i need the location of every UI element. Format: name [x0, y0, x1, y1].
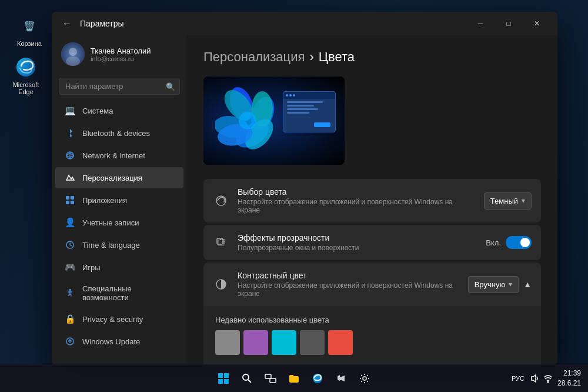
taskbar-explorer[interactable]: [283, 368, 305, 389]
contrast-chevron: ▾: [509, 280, 512, 288]
transparency-text: Эффекты прозрачности Полупрозрачные окна…: [238, 233, 477, 252]
sidebar-item-gaming[interactable]: 🎮 Игры: [55, 257, 183, 278]
contrast-title: Контрастный цвет: [238, 271, 460, 280]
sidebar-label-network: Network & internet: [82, 151, 145, 160]
recent-swatch-1[interactable]: [243, 330, 268, 355]
taskbar-center: [213, 368, 375, 389]
sidebar-label-bluetooth: Bluetooth & devices: [82, 129, 150, 138]
main-content: Персонализация › Цвета: [187, 35, 557, 365]
maximize-button[interactable]: □: [495, 15, 522, 32]
edge-label: Microsoft Edge: [7, 81, 45, 95]
taskbar-settings[interactable]: [354, 368, 375, 389]
page-header: Персонализация › Цвета: [203, 49, 541, 65]
desktop-icon-edge[interactable]: Microsoft Edge: [5, 53, 47, 98]
window-controls: ─ □ ✕: [467, 15, 550, 32]
sidebar-item-system[interactable]: 💻 Система: [55, 100, 183, 121]
toggle-thumb: [520, 238, 530, 247]
transparency-toggle[interactable]: [506, 236, 532, 249]
transparency-title: Эффекты прозрачности: [238, 233, 477, 242]
svg-point-36: [363, 377, 366, 380]
contrast-expanded: Недавно использованные цвета Цвета Windo…: [203, 306, 541, 365]
color-choice-text: Выбор цвета Настройте отображение прилож…: [238, 187, 476, 214]
color-choice-desc: Настройте отображение приложений и повер…: [238, 198, 476, 214]
apps-icon: [65, 195, 75, 205]
transparency-desc: Полупрозрачные окна и поверхности: [238, 244, 477, 252]
search-input[interactable]: [59, 78, 180, 95]
contrast-desc: Настройте отображение приложений и повер…: [238, 281, 460, 298]
sidebar-item-network[interactable]: Network & internet: [55, 145, 183, 166]
svg-rect-28: [224, 373, 229, 378]
transparency-label: Вкл.: [486, 238, 501, 247]
close-button[interactable]: ✕: [523, 15, 550, 32]
recycle-icon: 🗑️: [18, 14, 41, 38]
svg-point-37: [547, 381, 549, 383]
sidebar-item-windows-update[interactable]: Windows Update: [55, 331, 183, 352]
color-choice-icon: [213, 192, 229, 209]
network-icon: [65, 150, 75, 161]
sidebar-item-bluetooth[interactable]: Bluetooth & devices: [55, 122, 183, 144]
contrast-expand-icon[interactable]: ▲: [523, 280, 532, 289]
svg-rect-27: [218, 373, 223, 378]
back-button[interactable]: ←: [59, 16, 75, 31]
settings-window: ← Параметры ─ □ ✕: [52, 12, 557, 365]
breadcrumb-separator: ›: [309, 49, 313, 65]
sidebar-item-accounts[interactable]: 👤 Учетные записи: [55, 212, 183, 233]
contrast-control: Вручную ▾ ▲: [468, 276, 532, 293]
svg-rect-8: [66, 201, 69, 204]
window-title: Параметры: [80, 19, 124, 28]
svg-point-3: [66, 57, 80, 66]
taskbar-sound-icon: [529, 374, 539, 383]
taskbar-edge[interactable]: [307, 368, 328, 389]
svg-rect-9: [71, 201, 74, 204]
setting-color-choice: Выбор цвета Настройте отображение прилож…: [203, 179, 541, 222]
color-choice-dropdown[interactable]: Темный ▾: [484, 192, 532, 210]
contrast-text: Контрастный цвет Настройте отображение п…: [238, 271, 460, 298]
contrast-dropdown[interactable]: Вручную ▾: [468, 276, 519, 293]
svg-rect-30: [224, 379, 229, 384]
titlebar-left: ← Параметры: [59, 16, 124, 31]
sidebar-label-windows-update: Windows Update: [82, 337, 140, 346]
taskbar-search[interactable]: [236, 368, 258, 389]
taskbar-language: РУС: [512, 375, 524, 382]
edge-icon: [14, 55, 38, 79]
recent-swatch-0[interactable]: [215, 330, 240, 355]
transparency-icon: [213, 234, 229, 251]
sidebar-item-apps[interactable]: Приложения: [55, 190, 183, 211]
sidebar-item-time[interactable]: Time & language: [55, 234, 183, 255]
color-choice-title: Выбор цвета: [238, 187, 476, 197]
svg-rect-6: [66, 196, 69, 200]
avatar: [61, 42, 85, 66]
start-button[interactable]: [213, 368, 234, 389]
sidebar-item-personalization[interactable]: Персонализация: [55, 167, 183, 188]
user-section[interactable]: Ткачев Анатолий info@comss.ru: [52, 35, 187, 73]
taskbar-wifi-icon: [543, 374, 553, 383]
bluetooth-icon: [65, 128, 75, 138]
sidebar-label-time: Time & language: [82, 241, 140, 250]
taskbar-taskview[interactable]: [260, 368, 281, 389]
taskbar-right: РУС 21:39 28.6.21: [512, 368, 588, 388]
setting-contrast: Контрастный цвет Настройте отображение п…: [203, 263, 541, 306]
user-name: Ткачев Анатолий: [91, 46, 178, 55]
recent-swatch-2[interactable]: [272, 330, 296, 355]
accessibility-icon: [65, 288, 75, 298]
sidebar-label-privacy: Privacy & security: [82, 315, 143, 324]
privacy-icon: 🔒: [65, 314, 75, 324]
minimize-button[interactable]: ─: [467, 15, 494, 32]
hero-image: [203, 77, 345, 165]
windows-update-icon: [65, 336, 75, 347]
recent-swatch-3[interactable]: [300, 330, 325, 355]
gaming-icon: 🎮: [65, 262, 75, 273]
color-choice-control: Темный ▾: [484, 192, 532, 210]
taskbar: РУС 21:39 28.6.21: [0, 364, 588, 392]
sidebar-item-privacy[interactable]: 🔒 Privacy & security: [55, 308, 183, 330]
svg-rect-7: [71, 196, 74, 200]
user-email: info@comss.ru: [91, 55, 178, 62]
svg-rect-29: [218, 379, 223, 384]
sidebar-item-accessibility[interactable]: Специальные возможности: [55, 279, 183, 307]
sidebar: Ткачев Анатолий info@comss.ru 🔍 💻 Систем…: [52, 35, 187, 365]
sidebar-label-accessibility: Специальные возможности: [82, 284, 174, 302]
taskbar-media[interactable]: [330, 368, 352, 389]
desktop-icon-recycle[interactable]: 🗑️ Корзина: [8, 12, 51, 49]
recent-swatch-4[interactable]: [328, 330, 353, 355]
sidebar-label-system: Система: [82, 107, 113, 115]
